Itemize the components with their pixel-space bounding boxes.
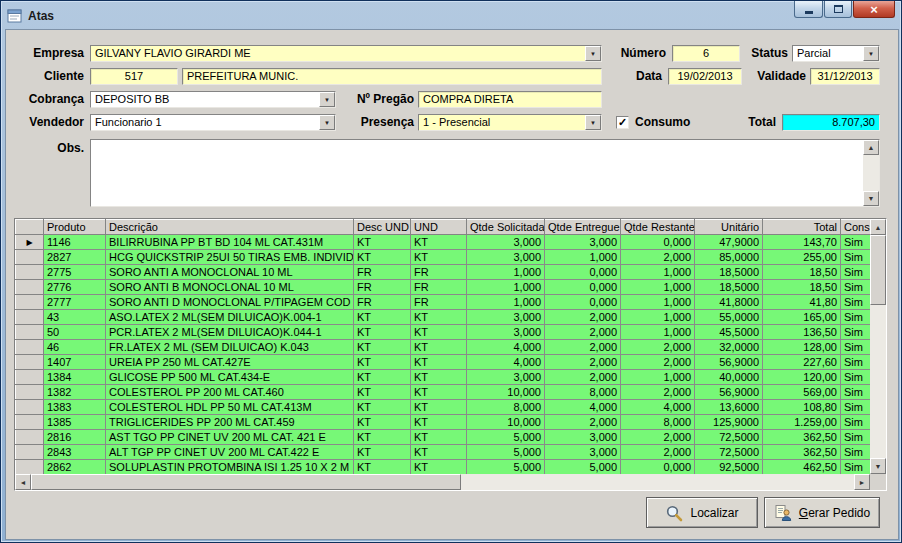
table-cell[interactable]: 136,50 — [763, 325, 841, 340]
table-cell[interactable]: 0,000 — [621, 460, 695, 475]
scroll-down-icon[interactable]: ▼ — [870, 458, 886, 474]
column-header[interactable]: Produto — [44, 220, 106, 235]
table-cell[interactable]: 3,000 — [467, 235, 545, 250]
column-header[interactable]: Qtde Restante — [621, 220, 695, 235]
row-selector[interactable] — [16, 370, 44, 385]
row-selector[interactable] — [16, 265, 44, 280]
scroll-right-icon[interactable]: ► — [854, 474, 870, 490]
table-cell[interactable]: 18,50 — [763, 265, 841, 280]
table-cell[interactable]: 10,000 — [467, 415, 545, 430]
table-cell[interactable]: KT — [354, 235, 411, 250]
vendedor-combo[interactable]: Funcionario 1 ▼ — [90, 114, 336, 131]
table-cell[interactable]: 1385 — [44, 415, 106, 430]
table-row[interactable]: ▶1146BILIRRUBINA PP BT BD 104 ML CAT.431… — [16, 235, 871, 250]
obs-scrollbar[interactable]: ▲ ▼ — [863, 140, 879, 206]
table-cell[interactable]: KT — [411, 340, 467, 355]
table-cell[interactable]: GLICOSE PP 500 ML CAT.434-E — [106, 370, 354, 385]
table-cell[interactable]: KT — [354, 385, 411, 400]
table-cell[interactable]: KT — [411, 235, 467, 250]
table-cell[interactable]: Sim — [841, 400, 871, 415]
column-header[interactable]: UND — [411, 220, 467, 235]
table-row[interactable]: 1382COLESTEROL PP 200 ML CAT.460KTKT10,0… — [16, 385, 871, 400]
table-cell[interactable]: ALT TGP PP CINET UV 200 ML CAT.422 E — [106, 445, 354, 460]
table-cell[interactable]: 5,000 — [467, 430, 545, 445]
table-cell[interactable]: Sim — [841, 385, 871, 400]
table-cell[interactable]: 1.259,00 — [763, 415, 841, 430]
table-cell[interactable]: KT — [354, 445, 411, 460]
table-cell[interactable]: KT — [411, 310, 467, 325]
table-cell[interactable]: 3,000 — [545, 235, 621, 250]
table-cell[interactable]: 1,000 — [621, 295, 695, 310]
table-cell[interactable]: KT — [411, 355, 467, 370]
grid-vertical-scrollbar[interactable]: ▲ ▼ — [870, 219, 886, 474]
table-cell[interactable]: ASO.LATEX 2 ML(SEM DILUICAO)K.004-1 — [106, 310, 354, 325]
table-cell[interactable]: 3,000 — [467, 325, 545, 340]
table-cell[interactable]: 18,5000 — [695, 280, 763, 295]
table-cell[interactable]: 4,000 — [621, 400, 695, 415]
table-cell[interactable]: 4,000 — [467, 355, 545, 370]
table-cell[interactable]: 92,5000 — [695, 460, 763, 475]
column-header[interactable]: Total — [763, 220, 841, 235]
table-row[interactable]: 1383COLESTEROL HDL PP 50 ML CAT.413MKTKT… — [16, 400, 871, 415]
row-selector[interactable] — [16, 295, 44, 310]
table-cell[interactable]: SORO ANTI A MONOCLONAL 10 ML — [106, 265, 354, 280]
localizar-button[interactable]: Localizar — [646, 497, 758, 528]
table-cell[interactable]: 1,000 — [621, 370, 695, 385]
table-cell[interactable]: 125,9000 — [695, 415, 763, 430]
table-cell[interactable]: 8,000 — [467, 400, 545, 415]
table-cell[interactable]: KT — [354, 355, 411, 370]
table-cell[interactable]: 3,000 — [467, 370, 545, 385]
table-cell[interactable]: 4,000 — [545, 400, 621, 415]
table-cell[interactable]: 1,000 — [621, 265, 695, 280]
table-cell[interactable]: 1384 — [44, 370, 106, 385]
table-row[interactable]: 50PCR.LATEX 2 ML(SEM DILUICAO)K.044-1KTK… — [16, 325, 871, 340]
table-cell[interactable]: 2,000 — [621, 250, 695, 265]
table-cell[interactable]: 8,000 — [621, 415, 695, 430]
table-cell[interactable]: 1,000 — [621, 310, 695, 325]
table-cell[interactable]: 13,6000 — [695, 400, 763, 415]
numero-field[interactable]: 6 — [672, 45, 740, 62]
data-field[interactable]: 19/02/2013 — [668, 68, 742, 85]
table-cell[interactable]: 0,000 — [545, 265, 621, 280]
table-cell[interactable]: 2,000 — [545, 415, 621, 430]
table-cell[interactable]: 45,5000 — [695, 325, 763, 340]
table-cell[interactable]: 0,000 — [545, 295, 621, 310]
table-row[interactable]: 2776SORO ANTI B MONOCLONAL 10 MLFRFR1,00… — [16, 280, 871, 295]
table-cell[interactable]: KT — [354, 250, 411, 265]
table-cell[interactable]: FR — [354, 265, 411, 280]
table-cell[interactable]: SORO ANTI B MONOCLONAL 10 ML — [106, 280, 354, 295]
column-header[interactable]: Desc UND — [354, 220, 411, 235]
row-selector[interactable] — [16, 430, 44, 445]
table-cell[interactable]: 1,000 — [621, 280, 695, 295]
table-cell[interactable]: 2816 — [44, 430, 106, 445]
close-button[interactable]: × — [853, 1, 895, 18]
table-row[interactable]: 2862SOLUPLASTIN PROTOMBINA ISI 1.25 10 X… — [16, 460, 871, 475]
chevron-down-icon[interactable]: ▼ — [585, 115, 601, 130]
table-cell[interactable]: TRIGLICERIDES PP 200 ML CAT.459 — [106, 415, 354, 430]
table-cell[interactable]: 18,5000 — [695, 265, 763, 280]
table-cell[interactable]: 462,50 — [763, 460, 841, 475]
chevron-down-icon[interactable]: ▼ — [319, 92, 335, 107]
table-cell[interactable]: KT — [411, 400, 467, 415]
table-cell[interactable]: 1,000 — [545, 250, 621, 265]
table-cell[interactable]: COLESTEROL HDL PP 50 ML CAT.413M — [106, 400, 354, 415]
table-row[interactable]: 2777SORO ANTI D MONOCLONAL P/TIPAGEM COD… — [16, 295, 871, 310]
table-row[interactable]: 1384GLICOSE PP 500 ML CAT.434-EKTKT3,000… — [16, 370, 871, 385]
table-cell[interactable]: 2,000 — [545, 310, 621, 325]
table-cell[interactable]: PCR.LATEX 2 ML(SEM DILUICAO)K.044-1 — [106, 325, 354, 340]
column-header[interactable]: Qtde Solicitada — [467, 220, 545, 235]
table-cell[interactable]: 2843 — [44, 445, 106, 460]
table-cell[interactable]: 2,000 — [621, 385, 695, 400]
table-cell[interactable]: Sim — [841, 370, 871, 385]
table-row[interactable]: 2827HCG QUICKSTRIP 25UI 50 TIRAS EMB. IN… — [16, 250, 871, 265]
table-cell[interactable]: 3,000 — [545, 430, 621, 445]
table-cell[interactable]: FR — [411, 280, 467, 295]
table-cell[interactable]: Sim — [841, 415, 871, 430]
row-selector[interactable] — [16, 400, 44, 415]
table-cell[interactable]: 2,000 — [621, 340, 695, 355]
consumo-checkbox[interactable]: ✓ — [616, 116, 629, 129]
table-cell[interactable]: 50 — [44, 325, 106, 340]
table-cell[interactable]: HCG QUICKSTRIP 25UI 50 TIRAS EMB. INDIVI… — [106, 250, 354, 265]
table-cell[interactable]: KT — [354, 460, 411, 475]
table-cell[interactable]: 2775 — [44, 265, 106, 280]
